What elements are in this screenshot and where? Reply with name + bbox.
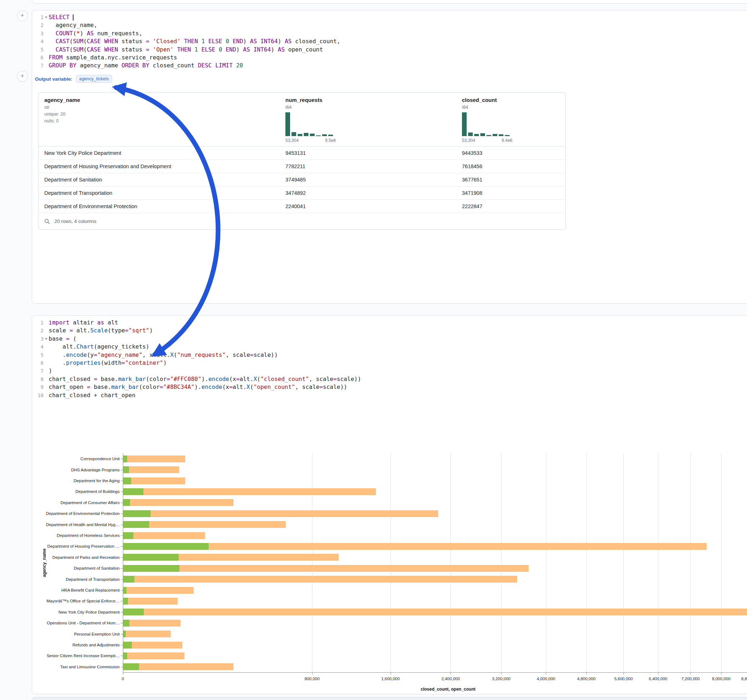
chart-bar-open_count[interactable]	[123, 663, 139, 670]
chart-bar-closed_count[interactable]	[123, 510, 438, 517]
table-body: New York City Police Department945313194…	[39, 146, 566, 213]
chart-bar-open_count[interactable]	[123, 587, 127, 594]
x-axis-tick-label: 6,400,000	[637, 677, 680, 681]
table-cell: 2222847	[462, 200, 563, 213]
chart-bar-closed_count[interactable]	[123, 532, 205, 539]
code-token: base.	[91, 383, 111, 390]
code-token	[198, 46, 201, 53]
add-cell-button-output[interactable]: +	[17, 71, 28, 82]
chart-bar-open_count[interactable]	[123, 456, 127, 462]
table-row[interactable]: Department of Sanitation37494853677651	[39, 173, 566, 187]
chart-bar-closed_count[interactable]	[123, 477, 185, 484]
code-line[interactable]: 6 .properties(width="container")	[33, 359, 361, 367]
chart-bar-open_count[interactable]	[123, 521, 149, 528]
table-row[interactable]: Department of Transportation347489234719…	[39, 187, 566, 200]
chart-bar-open_count[interactable]	[123, 466, 129, 473]
chart-bar-open_count[interactable]	[123, 554, 179, 561]
chart-bar-open_count[interactable]	[123, 532, 133, 539]
code-line[interactable]: 7GROUP BY agency_name ORDER BY closed_co…	[33, 62, 340, 69]
code-line[interactable]: 5 .encode(y="agency_name", x=alt.X("num_…	[33, 351, 361, 359]
code-line[interactable]: 1import altair as alt	[33, 319, 361, 327]
code-line[interactable]: 8chart_closed = base.mark_bar(color="#FF…	[33, 375, 361, 383]
chart-bar-closed_count[interactable]	[123, 499, 233, 506]
chart-bar-closed_count[interactable]	[123, 598, 178, 605]
chart-bar-closed_count[interactable]	[123, 565, 529, 572]
y-axis-title: agency_name	[42, 534, 47, 591]
chart-bar-closed_count[interactable]	[123, 587, 194, 594]
chart-bar-closed_count[interactable]	[123, 620, 180, 626]
chart-bar-open_count[interactable]	[123, 499, 130, 506]
code-line[interactable]: 2 agency_name,	[33, 21, 340, 29]
code-line[interactable]: 2scale = alt.Scale(type="sqrt")	[33, 327, 361, 335]
code-line[interactable]: 7)	[33, 367, 361, 375]
chart-bar-closed_count[interactable]	[123, 543, 707, 550]
chart-bar-open_count[interactable]	[123, 488, 144, 495]
histogram-range: 53,3049.4e6	[462, 138, 513, 143]
y-tick-mark	[121, 590, 123, 591]
table-row[interactable]: Department of Housing Preservation and D…	[39, 160, 566, 173]
column-name: closed_count	[462, 97, 563, 103]
table-cell: Department of Housing Preservation and D…	[44, 160, 246, 173]
chart-bar-closed_count[interactable]	[123, 642, 182, 649]
fold-caret-icon[interactable]	[44, 13, 48, 21]
code-line[interactable]: 6FROM sample_data.nyc.service_requests	[33, 54, 340, 62]
table-column-header[interactable]: num_requestsi64	[286, 92, 404, 110]
x-tick-mark	[312, 673, 312, 674]
code-token: +	[94, 392, 97, 398]
code-token: encode	[201, 383, 222, 390]
code-line[interactable]: 9chart_open = base.mark_bar(color="#8BC3…	[33, 383, 361, 391]
chart-bar-open_count[interactable]	[123, 620, 129, 626]
code-token: open_count	[285, 46, 323, 53]
chart-bar-open_count[interactable]	[123, 543, 209, 550]
python-code-editor[interactable]: 1import altair as alt2scale = alt.Scale(…	[33, 319, 361, 399]
table-row[interactable]: Department of Environmental Protection22…	[39, 200, 566, 213]
chart-bar-closed_count[interactable]	[123, 521, 286, 528]
chart-bar-closed_count[interactable]	[123, 466, 179, 473]
chart-bar-closed_count[interactable]	[123, 631, 171, 637]
chart-bar-open_count[interactable]	[123, 510, 151, 517]
chart-gridline	[451, 453, 451, 672]
code-text: SELECT	[48, 13, 74, 21]
code-token: FROM	[48, 54, 63, 61]
chart-bar-closed_count[interactable]	[123, 663, 233, 670]
x-axis-tick-label: 5,600,000	[602, 677, 645, 681]
search-icon[interactable]	[44, 219, 50, 224]
code-token: INT64	[253, 46, 271, 53]
code-token: SELECT	[48, 14, 70, 21]
line-number: 1	[33, 319, 44, 327]
chart-bar-closed_count[interactable]	[123, 576, 517, 582]
chart-bar-open_count[interactable]	[123, 598, 128, 605]
sql-code-editor[interactable]: 1SELECT 2 agency_name,3 COUNT(*) AS num_…	[33, 13, 340, 70]
code-line[interactable]: 1SELECT	[33, 13, 340, 21]
chart-bar-closed_count[interactable]	[123, 554, 339, 561]
output-variable-chip[interactable]: agency_tickets	[76, 75, 112, 83]
code-token: END	[233, 38, 243, 45]
code-line[interactable]: 3base = (	[33, 335, 361, 343]
table-column-header[interactable]: agency_namestrunique: 20nulls: 0	[44, 92, 246, 124]
chart-bar-closed_count[interactable]	[123, 608, 747, 616]
fold-caret-icon[interactable]	[44, 335, 48, 343]
code-line[interactable]: 10chart_closed + chart_open	[33, 391, 361, 399]
chart-bar-open_count[interactable]	[123, 652, 127, 659]
add-cell-button-top[interactable]: +	[17, 11, 28, 21]
table-row[interactable]: New York City Police Department945313194…	[39, 146, 566, 160]
code-token: 0	[219, 46, 222, 53]
chart-bar-closed_count[interactable]	[123, 488, 376, 495]
table-cell: 3474892	[286, 187, 404, 200]
chart-bar-open_count[interactable]	[123, 631, 126, 637]
histogram-bar	[328, 135, 333, 136]
chart-bar-open_count[interactable]	[123, 608, 144, 616]
code-token: =	[167, 376, 171, 382]
chart-bar-closed_count[interactable]	[123, 456, 185, 462]
table-column-header[interactable]: closed_counti64	[462, 92, 563, 110]
code-line[interactable]: 3 COUNT(*) AS num_requests,	[33, 30, 340, 38]
chart-bar-open_count[interactable]	[123, 565, 180, 572]
code-line[interactable]: 5 CAST(SUM(CASE WHEN status = 'Open' THE…	[33, 46, 340, 54]
chart-bar-open_count[interactable]	[123, 642, 132, 649]
code-line[interactable]: 4 alt.Chart(agency_tickets)	[33, 343, 361, 351]
x-axis-tick-label: 7,200,000	[669, 677, 712, 681]
code-line[interactable]: 4 CAST(SUM(CASE WHEN status = 'Closed' T…	[33, 38, 340, 45]
chart-bar-open_count[interactable]	[123, 477, 131, 484]
chart-bar-open_count[interactable]	[123, 576, 135, 582]
chart-bar-closed_count[interactable]	[123, 652, 184, 659]
